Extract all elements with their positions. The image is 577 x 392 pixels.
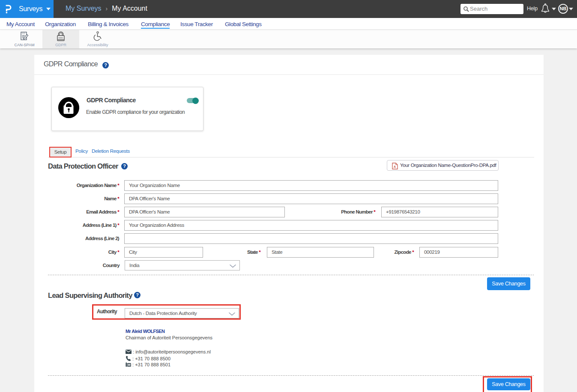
svg-text:A: A [394, 165, 396, 168]
